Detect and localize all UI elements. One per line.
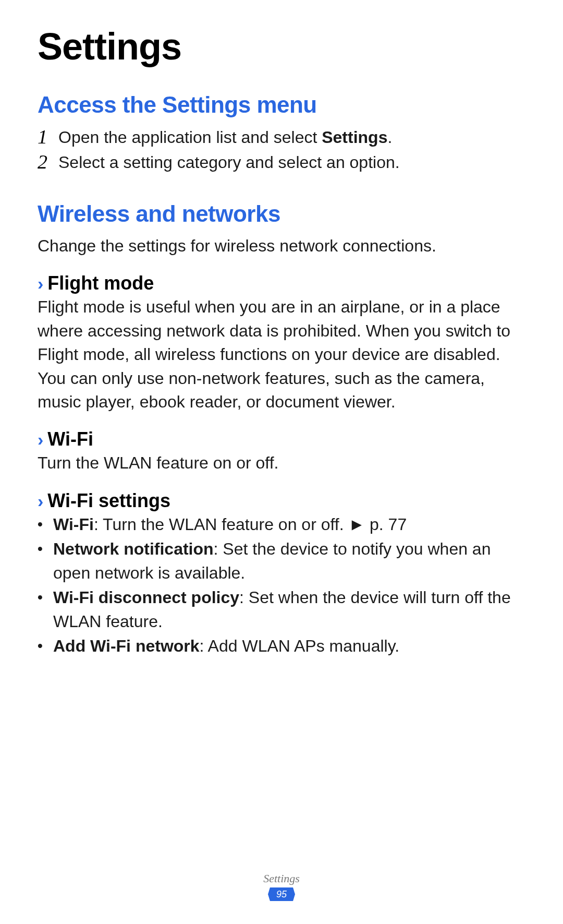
wifi-settings-list: • Wi-Fi: Turn the WLAN feature on or off… (38, 513, 525, 658)
step-number: 2 (38, 150, 58, 174)
chevron-right-icon: › (38, 492, 43, 510)
bullet-icon: • (38, 537, 53, 585)
wifi-text: Turn the WLAN feature on or off. (38, 451, 525, 475)
bullet-icon: • (38, 634, 53, 658)
section-heading-wireless: Wireless and networks (38, 201, 525, 227)
list-item: • Wi-Fi: Turn the WLAN feature on or off… (38, 513, 525, 536)
list-item: • Network notification: Set the device t… (38, 537, 525, 585)
page-title: Settings (38, 25, 525, 68)
section-heading-access: Access the Settings menu (38, 92, 525, 118)
page-number-text: 95 (276, 889, 287, 899)
page-number-badge: 95 (267, 886, 296, 902)
bullet-icon: • (38, 513, 53, 536)
chevron-right-icon: › (38, 430, 43, 448)
step-text: Select a setting category and select an … (58, 150, 525, 174)
subheading-wifi: › Wi-Fi (38, 428, 525, 450)
step-text: Open the application list and select Set… (58, 125, 525, 149)
step-2: 2 Select a setting category and select a… (38, 150, 525, 174)
bullet-icon: • (38, 586, 53, 633)
footer-section-name: Settings (0, 872, 563, 885)
subheading-label: Wi-Fi settings (47, 490, 170, 512)
subheading-flight-mode: › Flight mode (38, 272, 525, 294)
subheading-label: Wi-Fi (47, 428, 93, 450)
step-1: 1 Open the application list and select S… (38, 125, 525, 149)
list-item: • Add Wi-Fi network: Add WLAN APs manual… (38, 634, 525, 658)
subheading-wifi-settings: › Wi-Fi settings (38, 490, 525, 512)
subheading-label: Flight mode (47, 272, 154, 294)
chevron-right-icon: › (38, 274, 43, 292)
wireless-intro: Change the settings for wireless network… (38, 234, 525, 258)
flight-mode-text: Flight mode is useful when you are in an… (38, 295, 525, 414)
list-item: • Wi-Fi disconnect policy: Set when the … (38, 586, 525, 633)
page-footer: Settings 95 (0, 872, 563, 904)
step-number: 1 (38, 125, 58, 149)
